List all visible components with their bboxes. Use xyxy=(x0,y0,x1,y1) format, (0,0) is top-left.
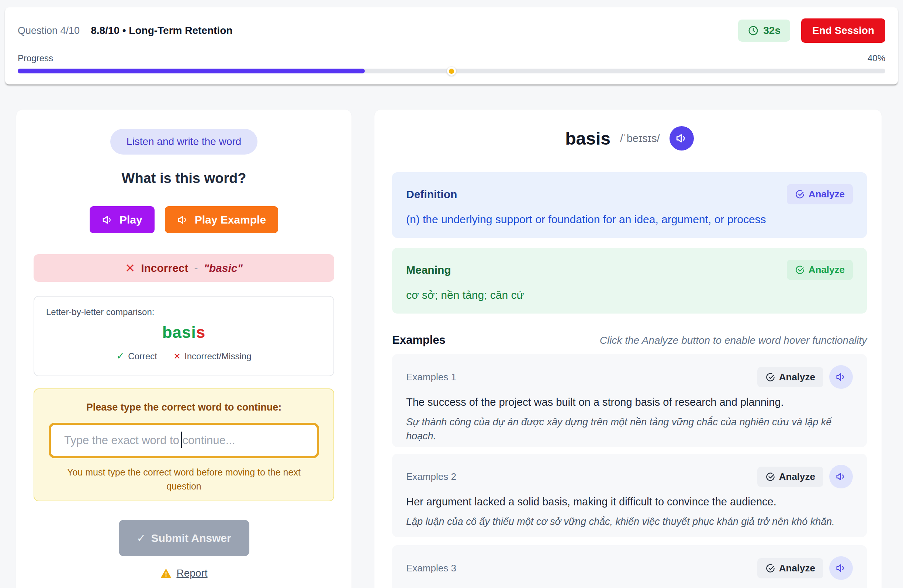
check-icon: ✓ xyxy=(116,351,125,362)
check-circle-icon xyxy=(765,472,776,482)
examples-hint: Click the Analyze button to enable word … xyxy=(600,335,867,346)
play-example-audio-button[interactable] xyxy=(829,365,853,389)
meaning-title: Meaning xyxy=(406,264,451,276)
example-label: Examples 3 xyxy=(406,563,757,574)
analyze-label: Analyze xyxy=(779,471,815,483)
letter-comparison-box: Letter-by-letter comparison: basis ✓ Cor… xyxy=(33,296,334,376)
analyze-label: Analyze xyxy=(779,563,815,574)
question-counter: Question 4/10 xyxy=(18,25,80,36)
text-caret xyxy=(181,432,182,448)
example-card: Examples 2 Analyze xyxy=(392,454,867,537)
example-card: Examples 3 Analyze xyxy=(392,545,867,588)
progress-marker-dot xyxy=(447,67,456,75)
progress-bar xyxy=(18,69,885,74)
retype-title: Please type the correct word to continue… xyxy=(87,402,282,413)
example-label: Examples 1 xyxy=(406,371,757,383)
analyze-example-button[interactable]: Analyze xyxy=(757,467,823,487)
definition-title: Definition xyxy=(406,188,457,201)
check-circle-icon xyxy=(765,372,776,382)
timer-badge: 32s xyxy=(738,20,790,42)
quiz-mode-badge: Listen and write the word xyxy=(110,129,258,154)
session-title: 8.8/10 • Long-Term Retention xyxy=(91,25,232,36)
play-example-audio-button[interactable] xyxy=(829,556,853,580)
check-circle-icon xyxy=(795,265,805,275)
word-detail-card: basis /ˈbeɪsɪs/ Definition Analy xyxy=(374,110,882,588)
legend-incorrect-label: Incorrect/Missing xyxy=(184,351,251,362)
answer-input[interactable] xyxy=(49,423,319,458)
comparison-title: Letter-by-letter comparison: xyxy=(46,307,322,317)
example-sentence-en: The success of the project was built on … xyxy=(406,396,853,408)
incorrect-letters: s xyxy=(196,323,206,341)
definition-box: Definition Analyze (n) the underlying su… xyxy=(392,172,867,238)
end-session-button[interactable]: End Session xyxy=(801,19,885,43)
correct-letters: basi xyxy=(162,323,196,341)
example-sentence-en: Her argument lacked a solid basis, makin… xyxy=(406,496,853,508)
report-link[interactable]: Report xyxy=(160,568,207,579)
progress-percent: 40% xyxy=(868,53,885,63)
quiz-question: What is this word? xyxy=(122,170,246,186)
example-sentence-vi: Sự thành công của dự án được xây dựng tr… xyxy=(406,415,842,443)
cross-icon: ✕ xyxy=(173,351,181,362)
play-example-audio-button[interactable] xyxy=(829,465,853,488)
cross-icon: ✕ xyxy=(125,261,135,275)
legend-incorrect: ✕ Incorrect/Missing xyxy=(173,351,252,362)
speaker-icon xyxy=(102,214,113,226)
comparison-word: basis xyxy=(46,323,322,341)
play-example-button[interactable]: Play Example xyxy=(165,206,278,233)
word-title: basis xyxy=(565,128,610,149)
clock-icon xyxy=(748,25,759,36)
timer-value: 32s xyxy=(763,25,780,36)
retype-panel: Please type the correct word to continue… xyxy=(33,388,334,501)
pronounce-word-button[interactable] xyxy=(670,126,694,151)
quiz-card: Listen and write the word What is this w… xyxy=(16,110,352,588)
legend-correct: ✓ Correct xyxy=(116,351,157,362)
check-circle-icon xyxy=(795,189,805,199)
analyze-label: Analyze xyxy=(779,371,815,383)
analyze-meaning-button[interactable]: Analyze xyxy=(787,260,853,280)
incorrect-alert: ✕ Incorrect - "basic" xyxy=(33,254,334,282)
analyze-definition-button[interactable]: Analyze xyxy=(787,184,853,204)
incorrect-label: Incorrect xyxy=(141,262,188,274)
user-answer: "basic" xyxy=(204,262,243,274)
example-label: Examples 2 xyxy=(406,471,757,483)
legend-correct-label: Correct xyxy=(128,351,157,362)
play-example-button-label: Play Example xyxy=(195,214,266,226)
speaker-icon xyxy=(177,214,189,226)
analyze-label: Analyze xyxy=(809,189,845,200)
progress-fill xyxy=(18,69,365,74)
check-icon: ✓ xyxy=(137,531,146,544)
play-button[interactable]: Play xyxy=(90,206,154,233)
example-sentence-vi: Lập luận của cô ấy thiếu một cơ sở vững … xyxy=(406,514,842,528)
report-label: Report xyxy=(176,568,207,579)
example-card: Examples 1 Analyze xyxy=(392,354,867,447)
examples-title: Examples xyxy=(392,333,445,347)
play-button-label: Play xyxy=(120,214,142,226)
meaning-text: cơ sở; nền tảng; căn cứ xyxy=(406,289,853,301)
submit-answer-button[interactable]: ✓ Submit Answer xyxy=(119,520,249,556)
word-ipa: /ˈbeɪsɪs/ xyxy=(620,132,660,145)
session-header: Question 4/10 8.8/10 • Long-Term Retenti… xyxy=(5,7,898,85)
meaning-box: Meaning Analyze cơ sở; nền tảng; căn cứ xyxy=(392,248,867,314)
analyze-example-button[interactable]: Analyze xyxy=(757,558,823,579)
warning-triangle-icon xyxy=(160,568,172,579)
progress-label: Progress xyxy=(18,53,53,63)
incorrect-separator: - xyxy=(194,262,198,274)
submit-answer-label: Submit Answer xyxy=(151,532,231,544)
check-circle-icon xyxy=(765,563,776,573)
analyze-example-button[interactable]: Analyze xyxy=(757,367,823,387)
retype-warning: You must type the correct word before mo… xyxy=(66,465,302,493)
analyze-label: Analyze xyxy=(809,264,845,275)
definition-text: (n) the underlying support or foundation… xyxy=(406,213,853,226)
